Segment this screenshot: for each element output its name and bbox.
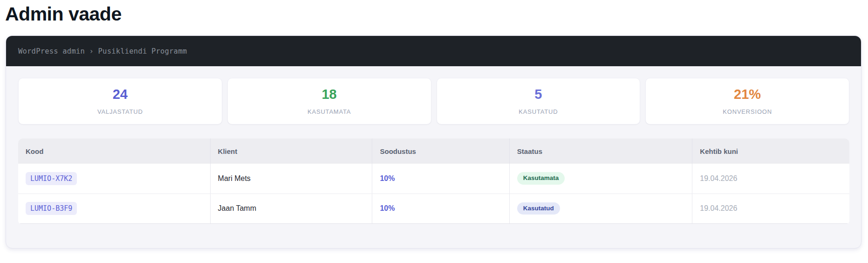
column-header-kood: Kood	[18, 138, 210, 164]
discount-value: 10%	[380, 204, 395, 212]
table-header-row: Kood Klient Soodustus Staatus Kehtib kun…	[18, 138, 849, 164]
client-name: Jaan Tamm	[210, 194, 372, 223]
valid-until-date: 19.04.2026	[692, 164, 849, 194]
column-header-staatus: Staatus	[509, 138, 692, 164]
coupon-code-badge: LUMIO-B3F9	[26, 202, 77, 215]
admin-panel: WordPress admin › Pusikliendi Programm 2…	[6, 35, 861, 249]
stat-label-kasutatud: KASUTATUD	[519, 109, 558, 115]
stats-row: 24 VALJASTATUD 18 KASUTAMATA 5 KASUTATUD…	[6, 66, 861, 125]
breadcrumb-bar: WordPress admin › Pusikliendi Programm	[6, 36, 861, 66]
discount-value: 10%	[380, 174, 395, 182]
status-badge: Kasutamata	[517, 172, 565, 185]
page-title: Admin vaade	[5, 3, 868, 25]
panel-bottom-spacer	[6, 224, 861, 248]
column-header-klient: Klient	[210, 138, 372, 164]
stat-value-konversioon: 21%	[734, 88, 761, 101]
stat-value-kasutamata: 18	[321, 88, 336, 101]
column-header-kehtib-kuni: Kehtib kuni	[692, 138, 849, 164]
column-header-soodustus: Soodustus	[372, 138, 509, 164]
stat-card-kasutamata: 18 KASUTAMATA	[227, 78, 431, 125]
stat-label-valjastatud: VALJASTATUD	[97, 109, 143, 115]
stat-value-valjastatud: 24	[113, 88, 128, 101]
stat-value-kasutatud: 5	[534, 88, 542, 101]
stat-label-kasutamata: KASUTAMATA	[308, 109, 351, 115]
stat-card-konversioon: 21% KONVERSIOON	[645, 78, 849, 125]
stat-card-valjastatud: 24 VALJASTATUD	[18, 78, 222, 125]
stat-label-konversioon: KONVERSIOON	[723, 109, 772, 115]
coupon-code-badge: LUMIO-X7K2	[26, 172, 77, 185]
coupons-table-wrap: Kood Klient Soodustus Staatus Kehtib kun…	[18, 138, 849, 224]
breadcrumb: WordPress admin › Pusikliendi Programm	[18, 47, 187, 55]
status-badge: Kasutatud	[517, 202, 560, 215]
client-name: Mari Mets	[210, 164, 372, 194]
stat-card-kasutatud: 5 KASUTATUD	[437, 78, 641, 125]
coupons-table: Kood Klient Soodustus Staatus Kehtib kun…	[18, 138, 849, 224]
table-row: LUMIO-X7K2 Mari Mets 10% Kasutamata 19.0…	[18, 164, 849, 194]
table-row: LUMIO-B3F9 Jaan Tamm 10% Kasutatud 19.04…	[18, 194, 849, 223]
valid-until-date: 19.04.2026	[692, 194, 849, 223]
